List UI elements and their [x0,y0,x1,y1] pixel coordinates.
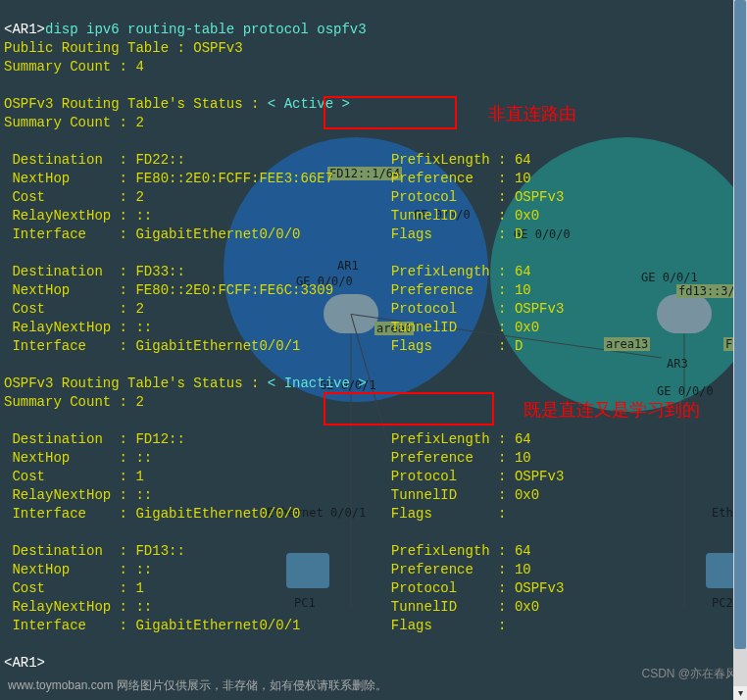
r2-tun: 0x0 [515,320,539,335]
r3-if: GigabitEthernet0/0/0 [135,506,300,522]
r4-nh: :: [135,562,152,577]
r4-dest: FD13:: [135,543,184,559]
line-sum2b: Summary Count : 2 [4,394,144,410]
r1-if: GigabitEthernet0/0/0 [135,226,300,242]
r3-pref: 10 [515,450,531,466]
r2-nh: FE80::2E0:FCFF:FE6C:3309 [135,282,333,298]
r3-tun: 0x0 [515,487,539,503]
r1-pref: 10 [515,171,531,186]
r2-dest: FD33:: [135,264,184,279]
csdn-watermark: CSDN @亦在春风 [641,666,737,682]
r1-nh: FE80::2E0:FCFF:FEE3:66E7 [135,171,333,186]
status-inactive-label: OSPFv3 Routing Table's Status : [4,375,259,391]
r3-dest: FD12:: [135,431,184,447]
scrollbar-down-icon[interactable]: ▾ [733,686,747,700]
r2-pref: 10 [515,282,531,298]
r3-nh: :: [135,450,152,466]
status-inactive-value: < Inactive > [259,375,366,391]
r2-rnh: :: [135,320,152,335]
r2-cost: 2 [135,301,143,317]
r1-plen: 64 [515,152,531,168]
r2-proto: OSPFv3 [515,301,564,317]
prompt: <AR1> [4,22,45,37]
r4-tun: 0x0 [515,599,539,615]
r1-cost: 2 [135,189,143,205]
r3-cost: 1 [135,469,143,484]
highlight-box-active [324,96,457,129]
r2-flags: D [515,338,523,354]
annotation-1: 非直连路由 [488,102,576,125]
command-text: disp ipv6 routing-table protocol ospfv3 [45,22,367,37]
r4-cost: 1 [135,580,143,596]
r1-rnh: :: [135,208,152,224]
r3-rnh: :: [135,487,152,503]
scrollbar-thumb[interactable] [734,0,746,649]
line-sum2a: Summary Count : 2 [4,115,144,130]
annotation-2: 既是直连又是学习到的 [523,398,700,422]
r2-plen: 64 [515,264,531,279]
r4-proto: OSPFv3 [515,580,564,596]
r4-if: GigabitEthernet0/0/1 [135,618,300,633]
r1-proto: OSPFv3 [515,189,564,205]
r3-plen: 64 [515,431,531,447]
footer-watermark: www.toymoban.com 网络图片仅供展示，非存储，如有侵权请联系删除。 [8,677,387,694]
r4-plen: 64 [515,543,531,559]
r1-flags: D [515,226,523,242]
highlight-box-inactive [324,392,494,425]
r2-if: GigabitEthernet0/0/1 [135,338,300,354]
r1-dest: FD22:: [135,152,184,168]
r4-pref: 10 [515,562,531,577]
r1-tun: 0x0 [515,208,539,224]
r4-rnh: :: [135,599,152,615]
r3-proto: OSPFv3 [515,469,564,484]
status-active-label: OSPFv3 Routing Table's Status : [4,96,259,112]
line-public-rt: Public Routing Table : OSPFv3 [4,40,243,56]
scrollbar[interactable]: ▾ [733,0,747,700]
prompt-end: <AR1> [4,655,45,671]
line-sum4: Summary Count : 4 [4,59,144,75]
